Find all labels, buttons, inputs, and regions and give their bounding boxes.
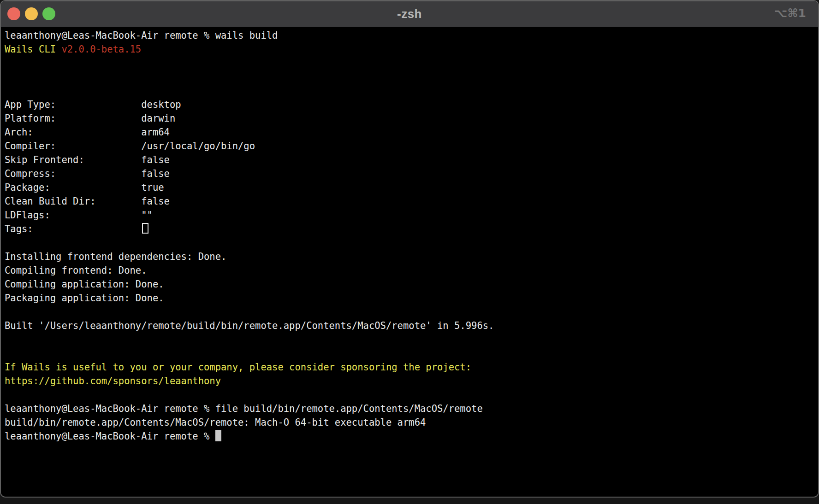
zoom-button[interactable] <box>42 7 55 20</box>
terminal-line <box>5 388 814 402</box>
terminal-text: Compress: false <box>5 168 170 179</box>
terminal-line <box>5 333 814 346</box>
terminal-line: leaanthony@Leas-MacBook-Air remote % <box>5 429 814 443</box>
terminal-line: Skip Frontend: false <box>5 153 814 167</box>
terminal-line: leaanthony@Leas-MacBook-Air remote % wai… <box>5 29 814 42</box>
terminal-line: Compress: false <box>5 167 814 181</box>
traffic-lights <box>7 7 55 20</box>
sponsor-link[interactable]: https://github.com/sponsors/leaanthony <box>5 375 221 387</box>
terminal-text: v2.0.0-beta.15 <box>61 44 141 55</box>
terminal-text: Clean Build Dir: false <box>5 196 170 207</box>
minimize-button[interactable] <box>25 7 38 20</box>
terminal-line: Compiling application: Done. <box>5 277 814 291</box>
terminal-text: LDFlags: "" <box>5 210 153 221</box>
terminal-line: Platform: darwin <box>5 111 814 125</box>
terminal-text: Built '/Users/leaanthony/remote/build/bi… <box>5 320 494 331</box>
terminal-line <box>5 305 814 319</box>
close-button[interactable] <box>7 7 20 20</box>
text-cursor <box>215 430 221 441</box>
terminal-line: Tags: <box>5 222 814 236</box>
terminal-line: Clean Build Dir: false <box>5 194 814 208</box>
terminal-line: If Wails is useful to you or your compan… <box>5 360 814 374</box>
terminal-line: Compiling frontend: Done. <box>5 264 814 277</box>
terminal-line: Compiler: /usr/local/go/bin/go <box>5 139 814 153</box>
terminal-line: leaanthony@Leas-MacBook-Air remote % fil… <box>5 402 814 416</box>
terminal-text: Packaging application: Done. <box>5 293 164 304</box>
terminal-text: If Wails is useful to you or your compan… <box>5 362 471 373</box>
terminal-line: Installing frontend dependencies: Done. <box>5 250 814 264</box>
terminal-text: Installing frontend dependencies: Done. <box>5 251 226 262</box>
terminal-screen[interactable]: leaanthony@Leas-MacBook-Air remote % wai… <box>1 27 818 497</box>
terminal-window: -zsh ⌥⌘1 leaanthony@Leas-MacBook-Air rem… <box>0 0 819 498</box>
terminal-line: Packaging application: Done. <box>5 291 814 305</box>
window-title: -zsh <box>397 7 422 21</box>
window-titlebar[interactable]: -zsh ⌥⌘1 <box>1 1 818 27</box>
terminal-text: Compiling application: Done. <box>5 279 164 290</box>
terminal-text: Platform: darwin <box>5 113 175 124</box>
terminal-text: Skip Frontend: false <box>5 154 170 165</box>
missing-glyph-box-icon <box>142 223 148 234</box>
terminal-line: LDFlags: "" <box>5 208 814 222</box>
terminal-text: leaanthony@Leas-MacBook-Air remote % <box>5 431 215 442</box>
terminal-text: Compiler: /usr/local/go/bin/go <box>5 141 255 152</box>
terminal-line: Wails CLI v2.0.0-beta.15 <box>5 42 814 56</box>
terminal-text: leaanthony@Leas-MacBook-Air remote % wai… <box>5 30 278 41</box>
terminal-text: Arch: arm64 <box>5 127 170 138</box>
terminal-text: Tags: <box>5 223 141 234</box>
terminal-line <box>5 84 814 98</box>
terminal-text: Wails CLI <box>5 44 61 55</box>
window-shortcut-badge: ⌥⌘1 <box>774 6 806 20</box>
terminal-line: Built '/Users/leaanthony/remote/build/bi… <box>5 319 814 333</box>
terminal-line <box>5 56 814 70</box>
terminal-text: App Type: desktop <box>5 99 181 110</box>
terminal-line: https://github.com/sponsors/leaanthony <box>5 374 814 388</box>
terminal-line: Package: true <box>5 181 814 194</box>
terminal-text: leaanthony@Leas-MacBook-Air remote % fil… <box>5 403 483 414</box>
terminal-line: Arch: arm64 <box>5 125 814 139</box>
terminal-text: Package: true <box>5 182 164 193</box>
terminal-line: App Type: desktop <box>5 98 814 111</box>
terminal-line <box>5 236 814 250</box>
terminal-line: build/bin/remote.app/Contents/MacOS/remo… <box>5 416 814 429</box>
terminal-text: build/bin/remote.app/Contents/MacOS/remo… <box>5 417 426 428</box>
terminal-line <box>5 70 814 84</box>
terminal-line <box>5 346 814 360</box>
terminal-text: Compiling frontend: Done. <box>5 265 147 276</box>
